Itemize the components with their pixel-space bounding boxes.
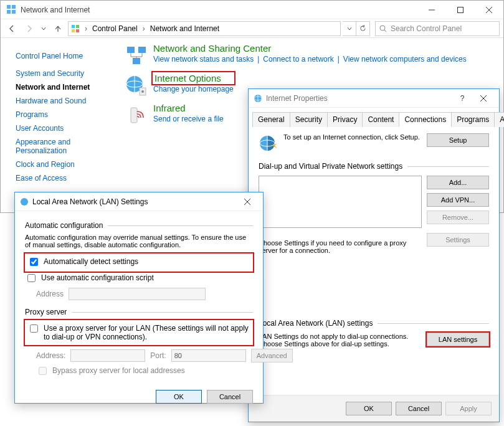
ip-tab-programs[interactable]: Programs (451, 112, 495, 127)
lan-settings-button[interactable]: LAN settings (427, 333, 489, 346)
crumb-1[interactable]: Network and Internet (150, 24, 219, 33)
setup-text: To set up an Internet connection, click … (283, 133, 422, 141)
internet-properties-dialog: Internet Properties ? GeneralSecurityPri… (248, 88, 500, 422)
svg-rect-15 (138, 47, 146, 53)
lan-note: LAN Settings do not apply to dial-up con… (259, 333, 422, 348)
content-icon-2 (123, 103, 150, 129)
auto-detect-checkbox[interactable]: Automatically detect settings (27, 257, 250, 268)
search-placeholder: Search Control Panel (391, 24, 462, 33)
ip-apply-button: Apply (445, 402, 492, 415)
up-button[interactable] (50, 21, 65, 36)
auto-script-checkbox[interactable]: Use automatic configuration script (25, 273, 253, 284)
svg-rect-1 (12, 10, 16, 14)
window-icon (6, 4, 17, 16)
content-title-1[interactable]: Internet Options (153, 73, 234, 83)
svg-point-12 (380, 26, 385, 31)
svg-rect-3 (12, 5, 16, 9)
svg-rect-0 (7, 10, 11, 14)
sidebar-item-2[interactable]: Hardware and Sound (16, 94, 113, 108)
advanced-button: Advanced (251, 349, 293, 362)
back-button[interactable] (4, 21, 19, 36)
ip-tab-general[interactable]: General (252, 112, 290, 127)
proxy-address-input (70, 349, 145, 362)
auto-group-label: Automatic configuration (25, 221, 103, 230)
proxy-port-input (171, 349, 246, 362)
ip-title: Internet Properties (266, 94, 328, 103)
choose-settings-text: Choose Settings if you need to configure… (259, 239, 422, 254)
svg-rect-5 (458, 7, 464, 12)
ip-tab-connections[interactable]: Connections (399, 112, 452, 127)
svg-point-35 (21, 198, 28, 206)
close-button[interactable] (475, 1, 503, 19)
svg-rect-8 (72, 25, 75, 28)
recent-dropdown[interactable] (39, 21, 48, 36)
ip-close-button[interactable] (473, 91, 494, 106)
lan-cancel-button[interactable]: Cancel (207, 390, 253, 404)
ip-tab-privacy[interactable]: Privacy (327, 112, 363, 127)
minimize-button[interactable] (417, 1, 446, 19)
lan-titlebar: Local Area Network (LAN) Settings (15, 192, 263, 211)
ip-tabs: GeneralSecurityPrivacyContentConnections… (252, 111, 495, 127)
lan-close-button[interactable] (237, 194, 258, 209)
svg-point-25 (141, 90, 144, 93)
auto-text: Automatic configuration may override man… (25, 234, 253, 249)
sidebar-item-3[interactable]: Programs (16, 108, 113, 121)
content-link-0-2[interactable]: View network computers and devices (343, 55, 467, 64)
ip-icon (254, 94, 262, 103)
ip-ok-button[interactable]: OK (346, 402, 392, 415)
crumb-0[interactable]: Control Panel (92, 24, 138, 33)
dialup-group-label: Dial-up and Virtual Private Network sett… (259, 162, 402, 171)
content-title-0[interactable]: Network and Sharing Center (153, 43, 467, 54)
svg-rect-14 (127, 47, 135, 53)
svg-rect-26 (131, 108, 137, 123)
lan-settings-dialog: Local Area Network (LAN) Settings Automa… (14, 192, 264, 404)
ip-titlebar: Internet Properties ? (249, 89, 499, 108)
address-label: Address (36, 290, 64, 298)
content-link-2-0[interactable]: Send or receive a file (153, 115, 224, 123)
svg-rect-9 (76, 25, 79, 28)
sidebar-home[interactable]: Control Panel Home (16, 49, 113, 63)
content-link-0-0[interactable]: View network status and tasks (153, 55, 254, 64)
settings-button: Settings (427, 233, 489, 247)
ip-tab-content[interactable]: Content (362, 112, 399, 127)
sidebar-item-5[interactable]: Appearance and Personalization (16, 135, 113, 158)
lan-title: Local Area Network (LAN) Settings (32, 197, 148, 206)
sidebar-item-4[interactable]: User Accounts (16, 121, 113, 135)
ip-tab-advanced[interactable]: Advanced (494, 112, 504, 127)
maximize-button[interactable] (446, 1, 475, 19)
sidebar-categories: System and SecurityNetwork and InternetH… (16, 63, 113, 185)
proxy-group-label: Proxy server (25, 308, 67, 316)
svg-rect-10 (72, 29, 75, 32)
add-button[interactable]: Add... (427, 176, 489, 189)
sidebar-item-1[interactable]: Network and Internet (16, 80, 113, 94)
content-link-0-1[interactable]: Connect to a network (263, 55, 333, 64)
svg-rect-11 (76, 29, 79, 32)
add-vpn-button[interactable]: Add VPN... (427, 193, 489, 207)
forward-button[interactable] (22, 21, 37, 36)
ip-tab-security[interactable]: Security (290, 112, 328, 127)
ip-help-button[interactable]: ? (452, 91, 473, 106)
proxy-port-label: Port: (150, 351, 166, 360)
sidebar-item-7[interactable]: Ease of Access (16, 171, 113, 185)
breadcrumb[interactable]: › Control Panel › Network and Internet (68, 21, 341, 36)
search-input[interactable]: Search Control Panel (375, 21, 500, 36)
path-dropdown[interactable] (343, 21, 356, 36)
content-link-1-0[interactable]: Change your homepage (153, 85, 234, 93)
proxy-address-label: Address: (36, 351, 65, 360)
lan-ok-button[interactable]: OK (156, 390, 202, 404)
setup-button[interactable]: Setup (427, 133, 489, 147)
refresh-button[interactable] (356, 21, 370, 36)
svg-line-13 (384, 30, 386, 32)
use-proxy-checkbox[interactable]: Use a proxy server for your LAN (These s… (27, 324, 250, 341)
breadcrumb-icon (71, 24, 80, 33)
ip-cancel-button[interactable]: Cancel (396, 402, 442, 415)
window-title: Network and Internet (21, 6, 90, 14)
content-row-0: Network and Sharing CenterView network s… (123, 43, 496, 69)
content-title-2[interactable]: Infrared (153, 103, 224, 113)
globe-icon (259, 133, 278, 153)
sidebar: Control Panel Home System and SecurityNe… (1, 38, 116, 212)
dialup-list[interactable] (259, 176, 422, 228)
lan-group-label: Local Area Network (LAN) settings (259, 319, 373, 328)
sidebar-item-0[interactable]: System and Security (16, 67, 113, 80)
sidebar-item-6[interactable]: Clock and Region (16, 158, 113, 171)
